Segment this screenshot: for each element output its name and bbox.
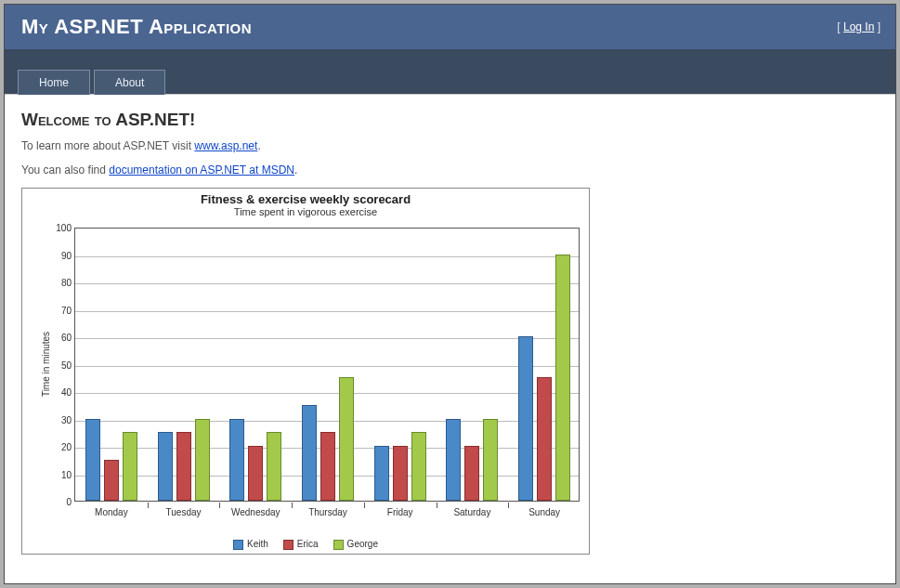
- legend-item-erica: Erica: [283, 539, 319, 550]
- window-frame: My ASP.NET Application [ Log In ] Home A…: [0, 0, 900, 588]
- bar-george: [555, 255, 570, 502]
- intro-paragraph-1: To learn more about ASP.NET visit www.as…: [21, 139, 879, 152]
- header-bar: My ASP.NET Application [ Log In ]: [5, 5, 895, 49]
- grid-line: [75, 366, 579, 367]
- y-tick-label: 90: [47, 251, 72, 261]
- legend-item-george: George: [333, 539, 378, 550]
- plot-wrap: 0102030405060708090100MondayTuesdayWedne…: [74, 228, 580, 516]
- x-category-label: Sunday: [508, 507, 580, 517]
- legend-swatch: [283, 540, 293, 550]
- login-bracket-open: [: [837, 20, 843, 33]
- bar-george: [483, 419, 498, 502]
- bar-erica: [320, 432, 335, 501]
- x-category-label: Friday: [364, 507, 437, 517]
- legend-label: Erica: [297, 539, 319, 549]
- bar-erica: [393, 446, 408, 501]
- grid-line: [75, 256, 579, 257]
- para1-prefix: To learn more about ASP.NET visit: [21, 139, 194, 152]
- bar-george: [195, 419, 210, 502]
- legend-swatch: [333, 540, 344, 550]
- bar-keith: [229, 419, 244, 502]
- bar-keith: [302, 405, 317, 501]
- x-category-label: Tuesday: [148, 507, 220, 517]
- legend-label: Keith: [247, 539, 268, 549]
- y-tick-label: 20: [47, 442, 72, 452]
- intro-paragraph-2: You can also find documentation on ASP.N…: [21, 163, 879, 176]
- asp-net-link[interactable]: www.asp.net: [194, 139, 257, 152]
- grid-line: [75, 283, 579, 284]
- y-tick-label: 0: [47, 497, 72, 507]
- grid-line: [75, 338, 579, 339]
- app-title: My ASP.NET Application: [21, 15, 252, 39]
- plot-area: 0102030405060708090100MondayTuesdayWedne…: [74, 228, 580, 502]
- y-tick-label: 80: [47, 278, 72, 288]
- nav-bar: Home About: [5, 49, 895, 95]
- bar-george: [411, 432, 426, 501]
- bar-erica: [176, 432, 191, 501]
- y-tick-label: 50: [47, 360, 72, 371]
- login-link[interactable]: Log In: [843, 20, 874, 33]
- bar-keith: [446, 419, 461, 502]
- login-bracket-close: ]: [874, 20, 880, 33]
- chart-legend: KeithEricaGeorge: [22, 539, 589, 550]
- bar-erica: [464, 446, 479, 501]
- y-tick-label: 10: [47, 470, 72, 480]
- bar-keith: [158, 432, 173, 501]
- bar-erica: [537, 377, 552, 501]
- legend-item-keith: Keith: [233, 539, 268, 550]
- y-tick-label: 40: [47, 387, 72, 398]
- grid-line: [75, 421, 579, 422]
- para1-suffix: .: [257, 139, 260, 152]
- chart-container: Fitness & exercise weekly scorecard Time…: [21, 188, 590, 555]
- bar-keith: [518, 336, 533, 501]
- x-category-label: Saturday: [437, 507, 509, 517]
- y-tick-label: 100: [47, 223, 72, 233]
- legend-label: George: [347, 539, 378, 549]
- grid-line: [75, 393, 579, 394]
- login-display: [ Log In ]: [837, 20, 880, 33]
- bar-erica: [104, 460, 119, 501]
- welcome-heading: Welcome to ASP.NET!: [21, 110, 879, 130]
- bar-george: [123, 432, 137, 501]
- x-category-label: Thursday: [292, 507, 364, 517]
- grid-line: [75, 311, 579, 312]
- y-tick-label: 60: [47, 333, 72, 343]
- para2-prefix: You can also find: [21, 163, 109, 176]
- content-area: Welcome to ASP.NET! To learn more about …: [5, 95, 895, 583]
- x-category-label: Monday: [75, 507, 148, 517]
- msdn-link[interactable]: documentation on ASP.NET at MSDN: [109, 163, 294, 176]
- y-tick-label: 70: [47, 306, 72, 316]
- y-tick-label: 30: [47, 415, 72, 425]
- tab-home[interactable]: Home: [18, 70, 90, 95]
- para2-suffix: .: [294, 163, 297, 176]
- bar-george: [339, 377, 354, 501]
- legend-swatch: [233, 540, 243, 550]
- bar-erica: [248, 446, 263, 501]
- bar-keith: [85, 419, 100, 502]
- page: My ASP.NET Application [ Log In ] Home A…: [4, 4, 896, 584]
- x-category-label: Wednesday: [219, 507, 292, 517]
- bar-keith: [374, 446, 389, 501]
- chart-title: Fitness & exercise weekly scorecard: [22, 192, 589, 206]
- bar-george: [267, 432, 281, 501]
- chart-subtitle: Time spent in vigorous exercise: [22, 206, 589, 217]
- tab-about[interactable]: About: [94, 70, 165, 95]
